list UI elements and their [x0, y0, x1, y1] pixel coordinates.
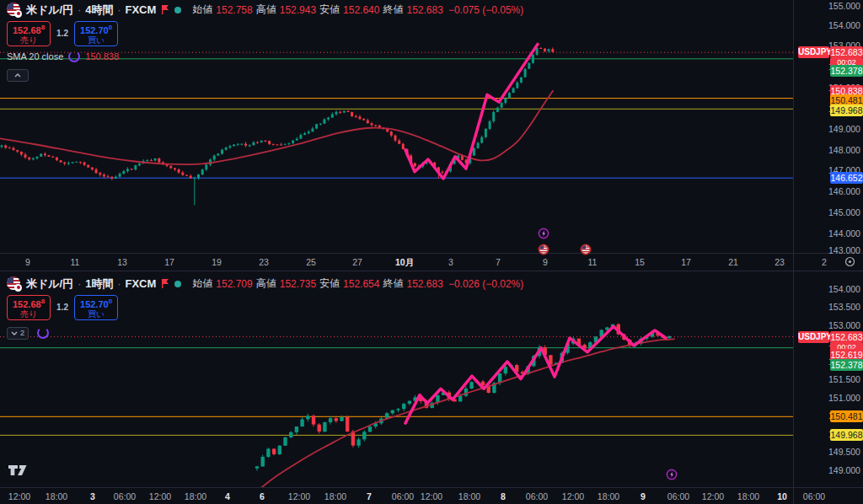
- close-value: 152.683: [406, 4, 442, 16]
- trading-platform-stage: 91113171923252710月37911151721232 12:0018…: [0, 0, 863, 504]
- low-value: 152.640: [343, 4, 379, 16]
- close-value: 152.683: [406, 278, 442, 290]
- flag-marker-icon[interactable]: [160, 278, 170, 289]
- title-separator: ·: [117, 278, 121, 290]
- time-axis-settings-icon[interactable]: [844, 255, 855, 271]
- economic-event-us-flag-icon[interactable]: [580, 244, 592, 255]
- exchange-label: FXCM: [125, 3, 156, 16]
- tradingview-logo[interactable]: [8, 464, 29, 481]
- high-label: 高値: [256, 3, 276, 17]
- exchange-label: FXCM: [125, 277, 156, 290]
- low-label: 安値: [319, 276, 340, 291]
- spread-value: 1.2: [56, 29, 68, 38]
- market-status-icon[interactable]: [174, 7, 181, 13]
- loading-spinner-icon: [37, 327, 49, 339]
- indicator-name[interactable]: SMA 20 close: [7, 51, 63, 62]
- open-label: 始値: [192, 3, 212, 17]
- open-label: 始値: [192, 276, 212, 291]
- open-value: 152.758: [216, 4, 252, 16]
- high-value: 152.943: [280, 4, 316, 16]
- pane-header-1h: 米ドル/円 · 1時間 · FXCM 始値 152.709 高値 152.735…: [7, 276, 523, 340]
- economic-event-bolt-icon[interactable]: [538, 228, 549, 239]
- sell-button[interactable]: 152.688 売り: [7, 295, 51, 320]
- high-value: 152.735: [280, 278, 316, 290]
- market-status-icon[interactable]: [174, 281, 181, 287]
- low-label: 安値: [319, 3, 340, 17]
- sell-button[interactable]: 152.688 売り: [7, 21, 51, 46]
- low-value: 152.654: [343, 278, 379, 290]
- hidden-indicator-count: 2: [20, 329, 24, 337]
- usdjpy-pair-icon: [7, 276, 22, 292]
- economic-event-us-flag-icon[interactable]: [538, 244, 549, 255]
- loading-spinner-icon: [68, 51, 80, 62]
- ohlc-row: 始値 152.709 高値 152.735 安値 152.654 終値 152.…: [192, 276, 523, 291]
- usdjpy-pair-icon: [7, 3, 22, 18]
- close-label: 終値: [383, 3, 403, 17]
- symbol-title[interactable]: 米ドル/円: [26, 3, 73, 18]
- open-value: 152.709: [216, 278, 252, 290]
- expand-indicators-button[interactable]: 2: [7, 327, 29, 340]
- interval-label[interactable]: 4時間: [85, 3, 113, 18]
- pane-header-4h: 米ドル/円 · 4時間 · FXCM 始値 152.758 高値 152.943…: [7, 3, 523, 82]
- symbol-title[interactable]: 米ドル/円: [26, 276, 73, 292]
- change-value: −0.026 (−0.02%): [448, 278, 523, 290]
- buy-button[interactable]: 152.700 買い: [74, 295, 118, 320]
- title-separator: ·: [117, 4, 121, 16]
- title-separator: ·: [78, 4, 81, 16]
- indicator-value: 150.838: [85, 51, 119, 62]
- title-separator: ·: [78, 278, 81, 290]
- high-label: 高値: [256, 276, 276, 291]
- spread-value: 1.2: [56, 303, 68, 312]
- ohlc-row: 始値 152.758 高値 152.943 安値 152.640 終値 152.…: [192, 3, 523, 17]
- flag-marker-icon[interactable]: [160, 4, 170, 15]
- indicator-row[interactable]: SMA 20 close 150.838: [7, 51, 523, 62]
- economic-event-bolt-icon[interactable]: [666, 469, 678, 480]
- buy-button[interactable]: 152.700 買い: [74, 21, 118, 46]
- change-value: −0.075 (−0.05%): [448, 4, 523, 16]
- interval-label[interactable]: 1時間: [85, 276, 113, 292]
- collapse-indicators-button[interactable]: [7, 69, 29, 82]
- close-label: 終値: [383, 276, 403, 291]
